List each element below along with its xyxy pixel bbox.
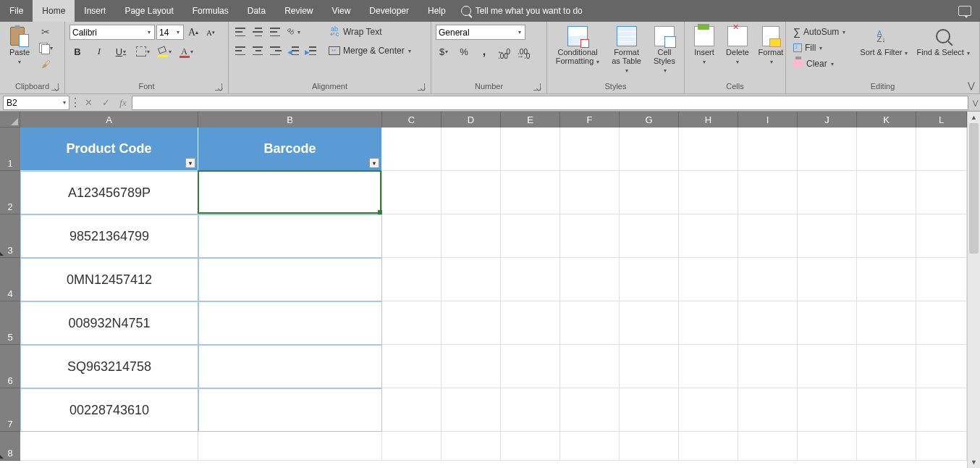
cell-G8[interactable] <box>620 432 679 461</box>
cell-F1[interactable] <box>560 128 620 171</box>
cell-G2[interactable] <box>620 171 679 214</box>
cell-B3[interactable] <box>198 214 382 258</box>
cell-F5[interactable] <box>560 301 620 345</box>
column-header-A[interactable]: A <box>20 112 198 128</box>
cell-L3[interactable] <box>916 214 967 258</box>
cell-D4[interactable] <box>442 258 501 301</box>
cell-L6[interactable] <box>916 345 967 388</box>
cell-I6[interactable] <box>738 345 798 388</box>
clipboard-dialog-launcher[interactable] <box>51 83 59 91</box>
cell-B5[interactable] <box>198 301 382 345</box>
row-header-5[interactable]: 5 <box>0 301 20 345</box>
cell-H2[interactable] <box>679 171 738 214</box>
filter-button-B[interactable]: ▾ <box>369 158 379 168</box>
menu-insert[interactable]: Insert <box>75 0 115 22</box>
border-button[interactable]: ▾ <box>135 44 151 59</box>
name-box[interactable]: B2▾ <box>3 96 69 110</box>
cell-F3[interactable] <box>560 214 620 258</box>
format-as-table-button[interactable]: Format as Table ▾ <box>607 25 646 76</box>
cell-E2[interactable] <box>501 171 560 214</box>
decrease-decimal-button[interactable] <box>515 44 530 59</box>
cancel-formula-button[interactable]: ✕ <box>80 97 97 108</box>
bold-button[interactable]: B <box>69 44 85 59</box>
decrease-indent-button[interactable]: ◀ <box>285 43 301 58</box>
sort-filter-button[interactable]: Sort & Filter ▾ <box>857 25 911 59</box>
row-header-1[interactable]: 1 <box>0 128 20 171</box>
cell-C1[interactable] <box>382 128 442 171</box>
orientation-button[interactable]: ▾ <box>285 25 301 39</box>
cell-D7[interactable] <box>442 388 501 432</box>
column-header-J[interactable]: J <box>798 112 857 128</box>
cell-C8[interactable] <box>382 432 442 461</box>
cell-I4[interactable] <box>738 258 798 301</box>
column-header-I[interactable]: I <box>738 112 798 128</box>
cell-C3[interactable] <box>382 214 442 258</box>
menu-view[interactable]: View <box>323 0 360 22</box>
font-name-combo[interactable]: Calibri▾ <box>69 25 155 40</box>
menu-review[interactable]: Review <box>275 0 322 22</box>
cell-C5[interactable] <box>382 301 442 345</box>
cell-E1[interactable] <box>501 128 560 171</box>
cell-J6[interactable] <box>798 345 857 388</box>
row-header-2[interactable]: 2 <box>0 171 20 214</box>
comments-button[interactable] <box>958 6 980 16</box>
italic-button[interactable]: I <box>91 44 107 59</box>
cell-C6[interactable] <box>382 345 442 388</box>
cell-C2[interactable] <box>382 171 442 214</box>
column-header-G[interactable]: G <box>620 112 679 128</box>
cell-J1[interactable] <box>798 128 857 171</box>
cell-A6[interactable]: SQ963214758 <box>20 345 198 388</box>
cell-A2[interactable]: A123456789P <box>20 171 198 214</box>
cell-J7[interactable] <box>798 388 857 432</box>
menu-page-layout[interactable]: Page Layout <box>115 0 182 22</box>
cell-I2[interactable] <box>738 171 798 214</box>
cell-B1[interactable]: Barcode▾ <box>198 128 382 171</box>
cell-L5[interactable] <box>916 301 967 345</box>
cell-L1[interactable] <box>916 128 967 171</box>
cell-D2[interactable] <box>442 171 501 214</box>
cell-H8[interactable] <box>679 432 738 461</box>
cell-I1[interactable] <box>738 128 798 171</box>
find-select-button[interactable]: Find & Select ▾ <box>913 25 972 59</box>
font-size-combo[interactable]: 14▾ <box>156 25 184 40</box>
cell-A8[interactable] <box>20 432 198 461</box>
menu-data[interactable]: Data <box>238 0 275 22</box>
font-color-button[interactable]: A▾ <box>178 44 194 59</box>
cell-K6[interactable] <box>857 345 916 388</box>
cell-styles-button[interactable]: Cell Styles ▾ <box>649 25 680 76</box>
cell-A4[interactable]: 0MN12457412 <box>20 258 198 301</box>
cell-L8[interactable] <box>916 432 967 461</box>
cell-G1[interactable] <box>620 128 679 171</box>
column-header-E[interactable]: E <box>501 112 560 128</box>
accounting-format-button[interactable]: ▾ <box>436 44 452 59</box>
column-header-L[interactable]: L <box>916 112 967 128</box>
cell-C7[interactable] <box>382 388 442 432</box>
fill-button[interactable]: Fill▾ <box>790 41 848 55</box>
column-header-H[interactable]: H <box>679 112 738 128</box>
cell-K3[interactable] <box>857 214 916 258</box>
cell-J3[interactable] <box>798 214 857 258</box>
scroll-thumb[interactable] <box>969 123 979 254</box>
cell-H4[interactable] <box>679 258 738 301</box>
cell-K7[interactable] <box>857 388 916 432</box>
number-dialog-launcher[interactable] <box>533 83 541 91</box>
merge-center-button[interactable]: Merge & Center▾ <box>326 43 414 58</box>
delete-cells-button[interactable]: Delete▾ <box>722 25 753 67</box>
column-header-F[interactable]: F <box>560 112 620 128</box>
increase-indent-button[interactable]: ▶ <box>303 43 318 58</box>
cell-K2[interactable] <box>857 171 916 214</box>
collapse-ribbon-button[interactable]: ⋁ <box>968 80 975 91</box>
cell-D8[interactable] <box>442 432 501 461</box>
cell-H6[interactable] <box>679 345 738 388</box>
row-header-6[interactable]: 6 <box>0 345 20 388</box>
align-right-button[interactable] <box>268 43 284 58</box>
cell-B7[interactable] <box>198 388 382 432</box>
cell-J5[interactable] <box>798 301 857 345</box>
cell-I8[interactable] <box>738 432 798 461</box>
expand-formula-bar-button[interactable]: ⋁ <box>970 99 980 106</box>
cell-G5[interactable] <box>620 301 679 345</box>
clear-button[interactable]: Clear▾ <box>790 57 848 71</box>
scroll-down-button[interactable]: ▼ <box>968 456 980 468</box>
cell-J2[interactable] <box>798 171 857 214</box>
cell-I3[interactable] <box>738 214 798 258</box>
